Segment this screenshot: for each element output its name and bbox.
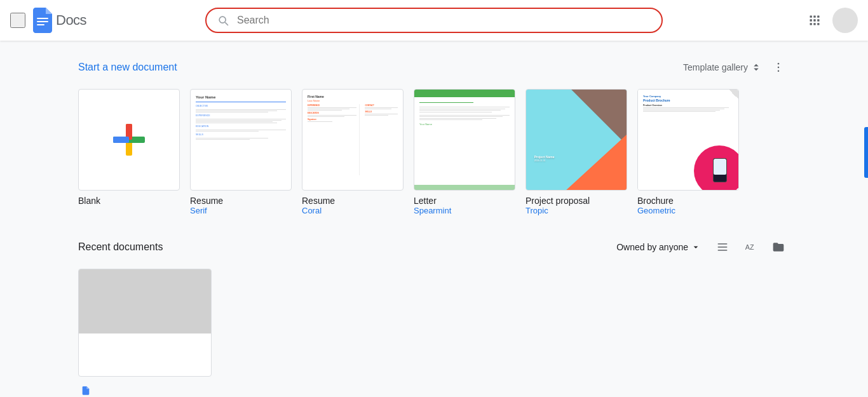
template-card-blank[interactable]: Blank bbox=[78, 89, 180, 215]
svg-rect-10 bbox=[813, 23, 815, 25]
folder-button[interactable] bbox=[767, 236, 790, 259]
doc-file-icon bbox=[81, 386, 91, 396]
brochure-thumb: Your Company Product Brochure Product Ov… bbox=[637, 89, 739, 191]
svg-rect-9 bbox=[810, 23, 812, 25]
main-content: Start a new document Template gallery bbox=[0, 41, 868, 397]
svg-rect-6 bbox=[810, 19, 812, 21]
recent-doc-info bbox=[78, 377, 212, 397]
svg-rect-19 bbox=[718, 243, 728, 245]
letter-sublabel: Spearmint bbox=[414, 206, 515, 215]
letter-thumb: Your Name bbox=[414, 89, 515, 191]
recent-controls: Owned by anyone bbox=[616, 236, 790, 259]
dropdown-arrow-icon bbox=[691, 242, 701, 252]
sort-icon: AZ bbox=[744, 241, 757, 253]
svg-point-14 bbox=[778, 71, 780, 72]
template-card-project[interactable]: Project Name 2024-01-01 Project proposal… bbox=[526, 89, 627, 215]
search-icon bbox=[217, 14, 229, 27]
docs-logo-icon bbox=[33, 8, 52, 33]
expand-icon bbox=[750, 62, 762, 73]
resume-serif-thumb: Your Name OBJECTIVE EXPERIENCE EDUCATION bbox=[190, 89, 292, 191]
list-view-icon bbox=[716, 241, 729, 253]
svg-rect-7 bbox=[813, 19, 815, 21]
svg-rect-1 bbox=[37, 21, 48, 22]
recent-docs-grid bbox=[78, 269, 790, 397]
more-options-button[interactable] bbox=[767, 56, 790, 79]
project-sublabel: Tropic bbox=[526, 206, 627, 215]
resume-serif-label: Resume bbox=[190, 196, 292, 206]
search-container bbox=[205, 8, 663, 33]
user-avatar[interactable] bbox=[832, 8, 858, 33]
svg-point-13 bbox=[778, 67, 780, 69]
svg-rect-5 bbox=[817, 16, 819, 18]
recent-section: Recent documents Owned by anyone bbox=[53, 236, 815, 397]
templates-grid: Blank Your Name OBJECTIVE EXPERIENCE bbox=[78, 89, 790, 215]
recent-header: Recent documents Owned by anyone bbox=[78, 236, 790, 259]
recent-title: Recent documents bbox=[78, 241, 163, 253]
app-header: Docs bbox=[0, 0, 868, 41]
letter-label: Letter bbox=[414, 196, 515, 206]
scroll-accent bbox=[864, 127, 868, 178]
sort-button[interactable]: AZ bbox=[739, 236, 762, 259]
blank-thumb bbox=[78, 89, 180, 191]
svg-rect-2 bbox=[37, 24, 44, 25]
recent-doc-date bbox=[96, 391, 98, 397]
svg-rect-18 bbox=[113, 137, 129, 143]
recent-doc-card[interactable] bbox=[78, 269, 212, 397]
recent-doc-thumb bbox=[78, 269, 212, 377]
recent-doc-details bbox=[96, 382, 98, 397]
svg-rect-20 bbox=[718, 246, 728, 248]
start-label: Start a new document bbox=[78, 62, 177, 73]
list-view-button[interactable] bbox=[711, 236, 734, 259]
recent-doc-name bbox=[96, 382, 98, 391]
resume-coral-label: Resume bbox=[302, 196, 403, 206]
svg-rect-11 bbox=[817, 23, 819, 25]
svg-rect-4 bbox=[813, 16, 815, 18]
resume-coral-sublabel: Coral bbox=[302, 206, 403, 215]
view-controls: AZ bbox=[711, 236, 790, 259]
blank-label: Blank bbox=[78, 196, 180, 206]
search-box bbox=[205, 8, 663, 33]
section-header: Start a new document Template gallery bbox=[78, 56, 790, 79]
template-card-resume-serif[interactable]: Your Name OBJECTIVE EXPERIENCE EDUCATION bbox=[190, 89, 292, 215]
template-card-resume-coral[interactable]: First Name Last Name EXPERIENCE EDUCATIO… bbox=[302, 89, 403, 215]
folder-icon bbox=[772, 241, 785, 253]
plus-icon bbox=[110, 121, 148, 159]
template-card-brochure[interactable]: Your Company Product Brochure Product Ov… bbox=[637, 89, 739, 215]
resume-coral-thumb: First Name Last Name EXPERIENCE EDUCATIO… bbox=[302, 89, 403, 191]
recent-doc-image bbox=[79, 269, 211, 333]
menu-button[interactable] bbox=[10, 13, 25, 28]
gallery-controls: Template gallery bbox=[683, 56, 790, 79]
template-gallery-button[interactable]: Template gallery bbox=[683, 62, 762, 73]
project-label: Project proposal bbox=[526, 196, 627, 206]
apps-button[interactable] bbox=[802, 8, 827, 33]
svg-rect-0 bbox=[37, 18, 48, 19]
app-name-label: Docs bbox=[56, 12, 86, 29]
svg-text:AZ: AZ bbox=[745, 243, 754, 251]
svg-point-12 bbox=[778, 63, 780, 65]
resume-serif-sublabel: Serif bbox=[190, 206, 292, 215]
brochure-label: Brochure bbox=[637, 196, 739, 206]
svg-rect-3 bbox=[810, 16, 812, 18]
more-vert-icon bbox=[772, 61, 785, 74]
project-thumb: Project Name 2024-01-01 bbox=[526, 89, 627, 191]
templates-section: Start a new document Template gallery bbox=[53, 56, 815, 215]
header-left: Docs bbox=[10, 8, 137, 33]
svg-rect-21 bbox=[718, 250, 728, 251]
header-right bbox=[731, 8, 858, 33]
brochure-sublabel: Geometric bbox=[637, 206, 739, 215]
docs-logo[interactable]: Docs bbox=[33, 8, 86, 33]
owned-by-button[interactable]: Owned by anyone bbox=[616, 242, 701, 252]
svg-rect-8 bbox=[817, 19, 819, 21]
template-card-letter[interactable]: Your Name Letter Spearmint bbox=[414, 89, 515, 215]
search-input[interactable] bbox=[237, 15, 651, 26]
